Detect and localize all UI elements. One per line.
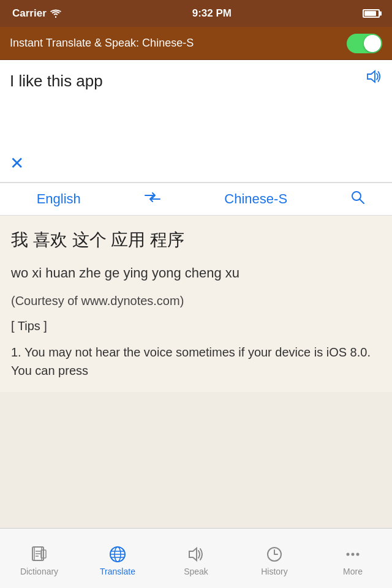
translation-tips: [ Tips ] — [11, 319, 381, 333]
battery-icon — [363, 9, 380, 18]
svg-point-17 — [352, 553, 355, 556]
svg-point-18 — [356, 553, 360, 556]
svg-line-2 — [360, 200, 364, 204]
speaker-icon[interactable] — [366, 70, 382, 87]
translation-courtesy: (Courtesy of www.dynotes.com) — [11, 294, 381, 308]
tab-speak-label: Speak — [184, 567, 208, 576]
source-language-button[interactable]: English — [27, 186, 91, 212]
carrier-label: Carrier — [12, 7, 47, 20]
tab-translate[interactable]: Translate — [78, 540, 157, 576]
swap-languages-icon[interactable] — [144, 191, 161, 207]
tab-bar: Dictionary Translate Speak History — [0, 528, 392, 588]
tab-more[interactable]: More — [314, 540, 392, 576]
instant-translate-toggle[interactable] — [347, 34, 382, 53]
svg-marker-14 — [189, 548, 197, 560]
app-title: Instant Translate & Speak: Chinese-S — [10, 37, 194, 50]
svg-point-16 — [347, 553, 350, 556]
svg-marker-0 — [368, 71, 375, 82]
status-bar: Carrier 9:32 PM — [0, 0, 392, 27]
tab-history[interactable]: History — [235, 540, 314, 576]
tab-history-label: History — [261, 567, 288, 576]
header-bar: Instant Translate & Speak: Chinese-S — [0, 27, 392, 60]
translation-area: 我 喜欢 这个 应用 程序 wo xi huan zhe ge ying yon… — [0, 216, 392, 392]
speak-icon — [187, 545, 205, 564]
language-bar: English Chinese-S — [0, 183, 392, 216]
input-text[interactable]: I like this app — [10, 70, 382, 92]
history-icon — [265, 545, 284, 564]
carrier-info: Carrier — [12, 7, 61, 20]
translation-note: 1. You may not hear the voice sometimes … — [11, 343, 381, 380]
dictionary-icon — [30, 545, 48, 564]
translation-pinyin: wo xi huan zhe ge ying yong cheng xu — [11, 263, 381, 283]
translation-chinese: 我 喜欢 这个 应用 程序 — [11, 228, 381, 252]
search-icon[interactable] — [350, 190, 365, 208]
tab-dictionary-label: Dictionary — [20, 567, 58, 576]
target-language-button[interactable]: Chinese-S — [214, 186, 297, 212]
clear-button[interactable]: ✕ — [10, 153, 24, 173]
time-display: 9:32 PM — [192, 7, 232, 20]
tab-dictionary[interactable]: Dictionary — [0, 540, 78, 576]
tab-more-label: More — [343, 567, 363, 576]
tab-speak[interactable]: Speak — [157, 540, 235, 576]
wifi-icon — [50, 9, 61, 18]
input-area: I like this app ✕ — [0, 60, 392, 183]
translate-icon — [108, 545, 127, 564]
tab-translate-label: Translate — [100, 567, 135, 576]
more-icon — [344, 545, 362, 564]
toggle-knob — [364, 35, 381, 52]
